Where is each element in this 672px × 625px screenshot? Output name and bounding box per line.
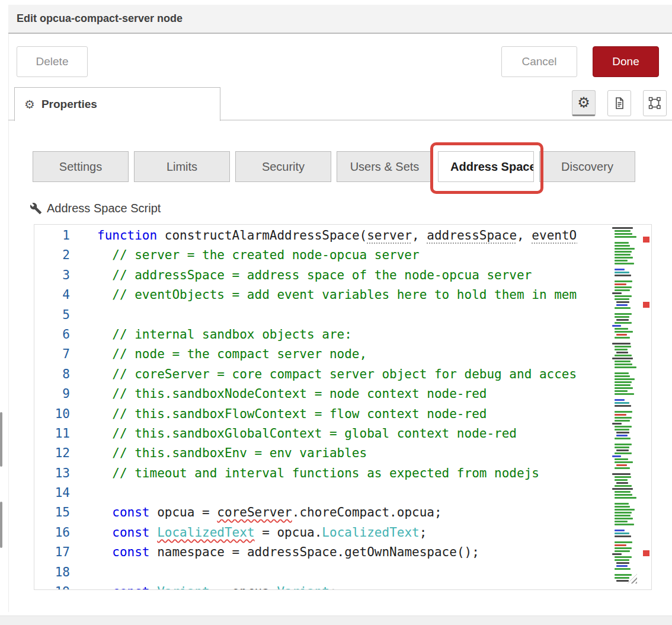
minimap-line (612, 343, 631, 345)
minimap-line (615, 233, 633, 235)
code-line[interactable]: function constructAlarmAddressSpace(serv… (97, 226, 577, 245)
minimap-line (616, 449, 629, 451)
minimap-line (616, 334, 627, 336)
line-number: 17 (34, 543, 70, 562)
tab-users-sets[interactable]: Users & Sets (337, 151, 433, 182)
line-number-gutter[interactable]: 12345678910111213141516171819 (34, 226, 97, 590)
overview-ruler[interactable] (641, 225, 651, 589)
minimap-line (615, 355, 632, 356)
minimap-line (615, 494, 633, 496)
minimap-line (615, 298, 630, 300)
minimap-line (615, 286, 632, 288)
tab-discovery[interactable]: Discovery (539, 151, 635, 182)
tray-left-border (8, 34, 9, 612)
code-line[interactable]: const LocalizedText = opcua.LocalizedTex… (97, 523, 577, 543)
minimap-line (615, 556, 632, 558)
minimap-line (615, 476, 631, 478)
tab-label: Users & Sets (350, 160, 420, 174)
minimap-line (616, 319, 629, 321)
code-line[interactable]: // addressSpace = address space of the n… (97, 266, 577, 285)
minimap-line (615, 503, 629, 505)
code-line[interactable]: // this.sandboxEnv = env variables (97, 444, 577, 463)
page-scrollbar-segment[interactable] (0, 412, 2, 467)
minimap-line (615, 242, 629, 244)
minimap-line (615, 313, 632, 315)
code-line[interactable] (97, 563, 577, 582)
wrench-icon (30, 202, 42, 215)
gear-icon: ⚙ (24, 97, 35, 111)
code-line[interactable]: // eventObjects = add event variables he… (97, 285, 577, 305)
properties-icon-button[interactable]: ⚙ (572, 90, 596, 116)
page-scrollbar-segment[interactable] (0, 502, 2, 548)
code-line[interactable]: const opcua = coreServer.choreCompact.op… (97, 503, 577, 522)
minimap-line (616, 352, 628, 353)
minimap-line (615, 524, 634, 525)
minimap-line (615, 316, 630, 318)
code-line[interactable]: // this.sandboxGlobalContext = global co… (97, 424, 577, 444)
properties-tab-label: Properties (41, 98, 97, 111)
code-line[interactable]: // this.sandboxFlowContext = flow contex… (97, 404, 577, 424)
tab-label: Settings (59, 160, 102, 174)
line-number: 4 (34, 285, 70, 305)
code-line[interactable]: const Variant = opcua.Variant; (97, 582, 577, 590)
dialog-title: Edit opcua-compact-server node (17, 12, 183, 25)
minimap-line (615, 399, 625, 401)
code-line[interactable] (97, 305, 577, 325)
code-line[interactable]: // node = the compact server node, (97, 345, 577, 364)
minimap-line (612, 473, 631, 475)
tab-security[interactable]: Security (235, 151, 331, 182)
minimap-line (615, 390, 628, 392)
minimap-line (615, 363, 633, 365)
minimap-line (615, 375, 630, 377)
code-content[interactable]: function constructAlarmAddressSpace(serv… (97, 226, 577, 590)
tab-settings[interactable]: Settings (33, 151, 129, 182)
code-line[interactable]: const namespace = addressSpace.getOwnNam… (97, 543, 577, 562)
minimap-line (615, 337, 630, 339)
minimap-line (615, 361, 631, 362)
line-number: 1 (34, 226, 70, 245)
minimap-line (615, 530, 625, 531)
minimap-line (615, 280, 633, 282)
line-number: 11 (34, 424, 70, 444)
tab-properties[interactable]: ⚙ Properties (14, 87, 220, 121)
minimap-line (615, 289, 630, 291)
bottom-strip (0, 616, 672, 625)
minimap-line (615, 444, 632, 445)
minimap-line (616, 435, 628, 436)
tab-address-space[interactable]: Address Space (438, 151, 534, 182)
minimap-line (615, 245, 630, 247)
minimap-line (615, 568, 631, 570)
delete-button[interactable]: Delete (17, 46, 88, 77)
code-line[interactable]: // coreServer = core compact server obje… (97, 365, 577, 384)
line-number: 5 (34, 305, 70, 325)
minimap-line (615, 251, 632, 253)
code-line[interactable]: // server = the created node-opcua serve… (97, 245, 577, 265)
done-button[interactable]: Done (593, 46, 659, 77)
minimap-line (615, 417, 632, 419)
line-number: 2 (34, 245, 70, 265)
appearance-icon-button[interactable] (643, 90, 667, 116)
dialog-header: Edit opcua-compact-server node (8, 5, 672, 34)
minimap-line (615, 254, 631, 256)
minimap-line (615, 322, 632, 324)
code-editor[interactable]: 12345678910111213141516171819 function c… (34, 224, 652, 590)
minimap-line (615, 346, 631, 347)
cancel-button[interactable]: Cancel (501, 46, 577, 77)
description-icon-button[interactable] (607, 90, 631, 116)
code-line[interactable] (97, 483, 577, 503)
tab-limits[interactable]: Limits (134, 151, 230, 182)
minimap-line (615, 577, 630, 579)
code-line[interactable]: // timeout and interval functions as exp… (97, 464, 577, 483)
minimap-line (615, 366, 636, 368)
line-number: 8 (34, 365, 70, 384)
code-line[interactable]: // this.sandboxNodeContext = node contex… (97, 384, 577, 404)
minimap-line (615, 405, 631, 407)
minimap-line (615, 275, 631, 276)
minimap-line (615, 272, 630, 273)
minimap-line (612, 553, 622, 555)
minimap-line (615, 479, 628, 481)
minimap-line (612, 488, 633, 490)
code-line[interactable]: // internal sandbox objects are: (97, 325, 577, 345)
minimap[interactable] (612, 227, 638, 584)
minimap-line (615, 378, 635, 380)
